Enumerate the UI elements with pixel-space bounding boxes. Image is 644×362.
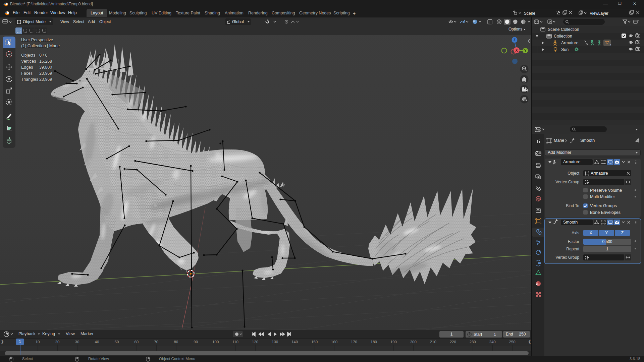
svg-text:4: 4 — [610, 43, 611, 46]
svg-text:X: X — [515, 48, 518, 52]
svg-text:Y: Y — [524, 49, 527, 53]
svg-text:Z: Z — [514, 38, 516, 42]
